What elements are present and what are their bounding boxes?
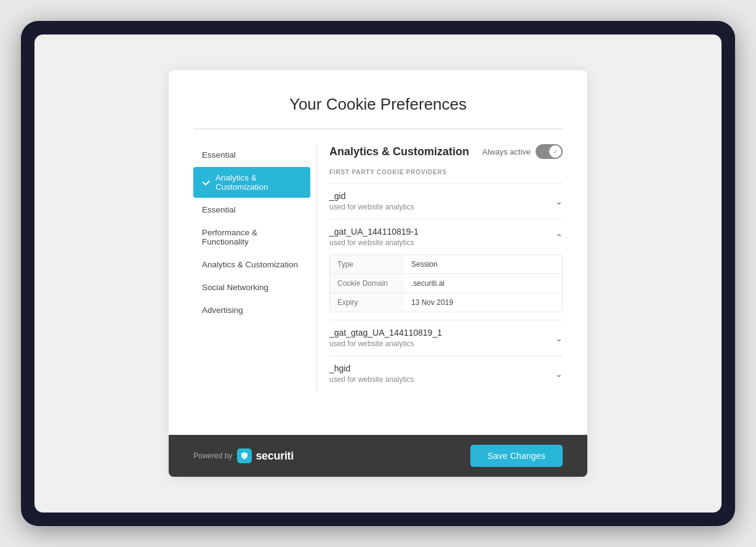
cookie-header-hgid[interactable]: _hgid used for website analytics ⌄ xyxy=(329,363,563,384)
cookie-desc-hgid: used for website analytics xyxy=(329,375,414,384)
modal-body: Your Cookie Preferences Essential Ana xyxy=(169,70,587,423)
sidebar-item-analytics-sub[interactable]: Analytics & Customization xyxy=(193,254,310,275)
cookie-info-gid: _gid used for website analytics xyxy=(329,191,414,211)
sidebar-item-essential-sub[interactable]: Essential xyxy=(193,199,310,221)
always-active-wrapper: Always active ✓ xyxy=(482,144,563,159)
chevron-down-icon-gat-gtag: ⌄ xyxy=(555,333,563,343)
chevron-up-icon-gat-ua: ⌄ xyxy=(555,232,563,242)
toggle-check-icon: ✓ xyxy=(553,148,558,155)
section-header: Analytics & Customization Always active … xyxy=(329,144,563,159)
page-title: Your Cookie Preferences xyxy=(193,95,563,114)
cookie-header-gat-gtag[interactable]: _gat_gtag_UA_144110819_1 used for websit… xyxy=(329,328,563,348)
securiti-shield-icon xyxy=(240,452,249,460)
cookie-desc-gat-ua: used for website analytics xyxy=(329,238,419,247)
always-active-label: Always active xyxy=(482,147,531,156)
powered-by-label: Powered by xyxy=(193,452,232,460)
cookie-preferences-modal: Your Cookie Preferences Essential Ana xyxy=(169,70,587,477)
cookie-header-gat-ua[interactable]: _gat_UA_144110819-1 used for website ana… xyxy=(329,227,563,247)
cookie-name-gid: _gid xyxy=(329,191,414,201)
cookie-item-gid: _gid used for website analytics ⌄ xyxy=(329,183,563,219)
sidebar-item-performance[interactable]: Performance & Functionality xyxy=(193,222,310,253)
powered-by: Powered by securiti xyxy=(193,448,294,463)
cookie-header-gid[interactable]: _gid used for website analytics ⌄ xyxy=(329,191,563,211)
sidebar-item-analytics-active[interactable]: Analytics & Customization xyxy=(193,167,310,198)
cookie-details-gat-ua: Type Session Cookie Domain .securiti.ai … xyxy=(329,254,563,312)
sidebar-item-essential-top[interactable]: Essential xyxy=(193,144,310,166)
detail-value-domain: .securiti.ai xyxy=(404,274,452,293)
cookie-name-gat-gtag: _gat_gtag_UA_144110819_1 xyxy=(329,328,442,338)
cookie-name-gat-ua: _gat_UA_144110819-1 xyxy=(329,227,419,237)
toggle-knob: ✓ xyxy=(549,145,561,158)
cookie-name-hgid: _hgid xyxy=(329,363,414,373)
main-content: Analytics & Customization Always active … xyxy=(316,144,563,391)
detail-row-domain: Cookie Domain .securiti.ai xyxy=(330,274,562,293)
cookie-item-gat-gtag: _gat_gtag_UA_144110819_1 used for websit… xyxy=(329,320,563,355)
securiti-logo: securiti xyxy=(237,448,294,463)
save-changes-button[interactable]: Save Changes xyxy=(470,445,563,467)
chevron-down-icon-gid: ⌄ xyxy=(555,197,563,206)
detail-key-domain: Cookie Domain xyxy=(330,274,404,293)
detail-value-expiry: 13 Nov 2019 xyxy=(404,293,460,312)
cookie-info-hgid: _hgid used for website analytics xyxy=(329,363,414,384)
sidebar-item-advertising[interactable]: Advertising xyxy=(193,299,310,321)
cookie-info-gat-ua: _gat_UA_144110819-1 used for website ana… xyxy=(329,227,419,247)
title-divider xyxy=(193,129,563,129)
detail-value-type: Session xyxy=(404,255,445,274)
device-screen: Your Cookie Preferences Essential Ana xyxy=(34,34,722,513)
device-frame: Your Cookie Preferences Essential Ana xyxy=(21,21,735,526)
cookie-desc-gid: used for website analytics xyxy=(329,203,414,211)
detail-key-type: Type xyxy=(330,255,404,274)
check-icon xyxy=(202,178,211,187)
sidebar: Essential Analytics & Customization Esse… xyxy=(193,144,316,391)
detail-row-expiry: Expiry 13 Nov 2019 xyxy=(330,293,562,312)
section-title: Analytics & Customization xyxy=(329,145,469,158)
content-layout: Essential Analytics & Customization Esse… xyxy=(193,144,563,391)
cookie-item-hgid: _hgid used for website analytics ⌄ xyxy=(329,355,563,391)
modal-footer: Powered by securiti Save Changes xyxy=(169,435,587,477)
toggle-switch[interactable]: ✓ xyxy=(536,144,563,159)
providers-label: FIRST PARTY COOKIE PROVIDERS xyxy=(329,169,563,176)
cookie-item-gat-ua: _gat_UA_144110819-1 used for website ana… xyxy=(329,219,563,320)
detail-row-type: Type Session xyxy=(330,255,562,274)
securiti-brand-name: securiti xyxy=(255,450,294,463)
cookie-desc-gat-gtag: used for website analytics xyxy=(329,339,442,348)
detail-key-expiry: Expiry xyxy=(330,293,404,312)
chevron-down-icon-hgid: ⌄ xyxy=(555,369,563,379)
sidebar-item-social[interactable]: Social Networking xyxy=(193,277,310,298)
cookie-info-gat-gtag: _gat_gtag_UA_144110819_1 used for websit… xyxy=(329,328,442,348)
securiti-icon xyxy=(237,448,252,463)
